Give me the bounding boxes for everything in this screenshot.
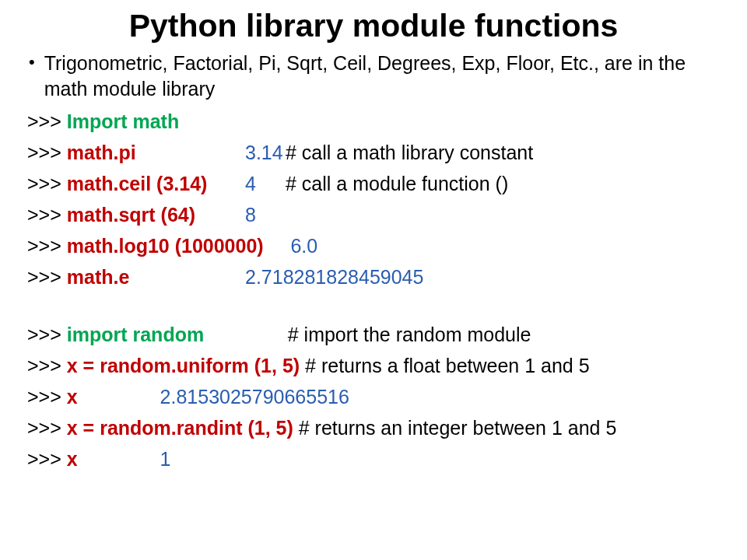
code-line-11: >>> x 1 — [27, 443, 720, 474]
bullet-icon: • — [29, 51, 35, 75]
repl-prompt: >>> — [27, 173, 61, 194]
code-line-3: >>> math.ceil (3.14)4# call a module fun… — [27, 168, 720, 199]
repl-prompt: >>> — [27, 355, 61, 376]
code-line-4: >>> math.sqrt (64)8 — [27, 199, 720, 230]
math-ceil: math.ceil (3.14) — [67, 173, 208, 194]
code-line-6: >>> math.e2.718281828459045 — [27, 261, 720, 292]
slide-title: Python library module functions — [27, 8, 720, 44]
repl-prompt: >>> — [27, 235, 61, 257]
math-sqrt: math.sqrt (64) — [67, 204, 195, 226]
repl-prompt: >>> — [27, 266, 61, 288]
comment: # call a module function () — [286, 173, 508, 194]
var-x: x — [67, 386, 78, 408]
repl-prompt: >>> — [27, 204, 61, 226]
code-line-8: >>> x = random.uniform (1, 5) # returns … — [27, 350, 720, 381]
intro-text: Trigonometric, Factorial, Pi, Sqrt, Ceil… — [44, 51, 720, 101]
code-line-5: >>> math.log10 (1000000) 6.0 — [27, 230, 720, 261]
value: 2.718281828459045 — [245, 266, 423, 288]
code-line-9: >>> x 2.8153025790665516 — [27, 381, 720, 412]
value: 1 — [160, 448, 171, 470]
code-line-1: >>> Import math — [27, 106, 720, 137]
value: 4 — [245, 173, 256, 194]
value: 2.8153025790665516 — [160, 386, 349, 408]
repl-prompt: >>> — [27, 386, 61, 408]
repl-prompt: >>> — [27, 324, 61, 345]
comment: # returns an integer between 1 and 5 — [293, 417, 617, 439]
repl-prompt: >>> — [27, 142, 61, 163]
import-random: import random — [67, 324, 204, 345]
var-x: x — [67, 448, 78, 470]
math-pi: math.pi — [67, 142, 136, 163]
repl-prompt: >>> — [27, 417, 61, 439]
code-line-10: >>> x = random.randint (1, 5) # returns … — [27, 412, 720, 443]
code-line-7: >>> import random # import the random mo… — [27, 319, 720, 350]
spacer — [27, 292, 720, 319]
comment: # call a math library constant — [286, 142, 533, 163]
random-randint: x = random.randint (1, 5) — [67, 417, 293, 439]
value: 6.0 — [290, 235, 317, 257]
repl-prompt: >>> — [27, 448, 61, 470]
comment: # returns a float between 1 and 5 — [300, 355, 589, 376]
code-line-2: >>> math.pi3.14# call a math library con… — [27, 137, 720, 168]
value: 3.14 — [245, 142, 283, 163]
value: 8 — [245, 204, 256, 226]
random-uniform: x = random.uniform (1, 5) — [67, 355, 300, 376]
comment: # import the random module — [288, 324, 531, 345]
repl-prompt: >>> — [27, 110, 61, 132]
math-e: math.e — [67, 266, 130, 288]
intro-bullet: • Trigonometric, Factorial, Pi, Sqrt, Ce… — [27, 51, 720, 101]
import-math: Import math — [67, 110, 179, 132]
math-log10: math.log10 (1000000) — [67, 235, 264, 257]
